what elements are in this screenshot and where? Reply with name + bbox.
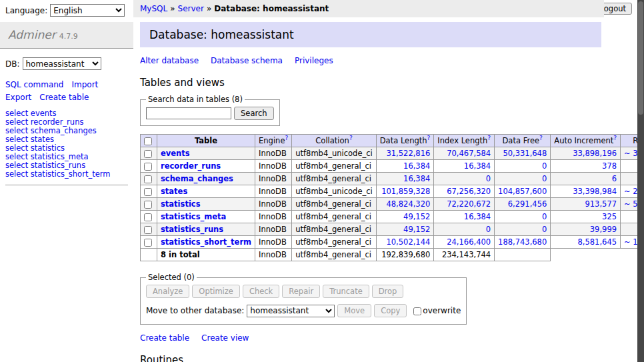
index-length-link[interactable]: 0: [486, 174, 491, 183]
truncate-button[interactable]: Truncate: [323, 285, 369, 298]
data-length-link[interactable]: 10,502,144: [386, 237, 430, 247]
auto-increment-link[interactable]: 913,577: [585, 199, 617, 209]
table-name-link[interactable]: recorder_runs: [161, 161, 221, 171]
auto-increment-link[interactable]: 378: [602, 161, 617, 171]
search-button[interactable]: Search: [234, 107, 274, 120]
table-name-link[interactable]: states: [161, 187, 187, 196]
database-schema-link[interactable]: Database schema: [211, 56, 283, 65]
repair-button[interactable]: Repair: [282, 285, 320, 298]
breadcrumb-mysql-link[interactable]: MySQL: [140, 4, 167, 13]
engine-cell: InnoDB: [255, 223, 292, 236]
index-length-link[interactable]: 72,220,672: [447, 199, 491, 209]
column-help-link[interactable]: ?: [539, 135, 543, 141]
data-length-link[interactable]: 16,384: [403, 174, 430, 183]
data-free-link[interactable]: 50,331,648: [503, 149, 547, 158]
column-header-auto-increment: Auto Increment?: [551, 135, 621, 147]
analyze-button[interactable]: Analyze: [146, 285, 189, 298]
breadcrumb-server-link[interactable]: Server: [178, 4, 204, 13]
sidebar-select-link[interactable]: select statistics_short_term: [5, 169, 110, 179]
check-button[interactable]: Check: [243, 285, 279, 298]
table-name-link[interactable]: statistics_runs: [161, 225, 223, 234]
sql-command-link[interactable]: SQL command: [5, 80, 63, 89]
data-length-link[interactable]: 48,824,320: [386, 199, 430, 209]
data-free-link[interactable]: 0: [542, 161, 547, 171]
selected-legend: Selected (0): [146, 273, 197, 282]
search-input[interactable]: [146, 107, 231, 119]
optimize-button[interactable]: Optimize: [192, 285, 240, 298]
data-length-link[interactable]: 16,384: [403, 161, 430, 171]
create-table-link[interactable]: Create table: [140, 333, 189, 343]
table-name-link[interactable]: statistics_short_term: [161, 237, 251, 247]
row-checkbox[interactable]: [144, 188, 152, 196]
column-help-link[interactable]: ?: [349, 135, 353, 141]
row-checkbox[interactable]: [144, 201, 152, 209]
data-length-link[interactable]: 101,859,328: [381, 187, 430, 196]
data-free-link[interactable]: 0: [542, 174, 547, 183]
select-all-checkbox[interactable]: [144, 137, 152, 145]
db-select[interactable]: homeassistant: [23, 57, 101, 70]
data-free-link[interactable]: 188,743,680: [498, 237, 547, 247]
auto-increment-link[interactable]: 39,999: [590, 225, 617, 234]
row-checkbox[interactable]: [144, 150, 152, 158]
sidebar-select-link[interactable]: select recorder_runs: [5, 117, 83, 127]
row-checkbox[interactable]: [144, 213, 152, 221]
sidebar-select-link[interactable]: select statistics_runs: [5, 161, 85, 170]
index-length-link[interactable]: 24,166,400: [447, 237, 491, 247]
tables-body: eventsInnoDButf8mb4_unicode_ci31,522,816…: [141, 147, 644, 249]
create-view-link[interactable]: Create view: [201, 333, 249, 343]
row-checkbox[interactable]: [144, 175, 152, 183]
engine-cell: InnoDB: [255, 147, 292, 160]
data-free-link[interactable]: 0: [542, 212, 547, 221]
auto-increment-link[interactable]: 325: [602, 212, 617, 221]
export-link[interactable]: Export: [5, 93, 31, 102]
sidebar-select-link[interactable]: select states: [5, 135, 54, 144]
language-select[interactable]: English: [50, 4, 125, 17]
data-free-link[interactable]: 0: [542, 225, 547, 234]
collation-cell: utf8mb4_unicode_ci: [292, 147, 377, 160]
copy-button[interactable]: Copy: [374, 304, 407, 317]
adminer-logo-link[interactable]: Adminer: [8, 28, 56, 41]
data-length-link[interactable]: 49,152: [403, 212, 430, 221]
row-checkbox[interactable]: [144, 239, 152, 247]
import-link[interactable]: Import: [71, 80, 98, 89]
data-length-link[interactable]: 31,522,816: [386, 149, 430, 158]
data-free-link[interactable]: 6,291,456: [508, 199, 547, 209]
data-free-link[interactable]: 104,857,600: [498, 187, 547, 196]
row-checkbox[interactable]: [144, 163, 152, 171]
selected-buttons: AnalyzeOptimizeCheckRepairTruncateDrop: [146, 285, 461, 298]
move-db-select[interactable]: homeassistant: [247, 305, 335, 317]
overwrite-checkbox[interactable]: [413, 307, 421, 315]
column-help-link[interactable]: ?: [613, 135, 617, 141]
index-length-link[interactable]: 16,384: [464, 161, 491, 171]
sidebar-select-link[interactable]: select schema_changes: [5, 126, 97, 135]
index-length-link[interactable]: 70,467,584: [447, 149, 491, 158]
sidebar-create-table-link[interactable]: Create table: [39, 93, 89, 102]
scrollbar[interactable]: [637, 0, 644, 362]
scrollbar-thumb[interactable]: [638, 1, 643, 115]
move-button[interactable]: Move: [337, 304, 371, 317]
sidebar-select-link[interactable]: select statistics: [5, 143, 65, 153]
table-name-link[interactable]: schema_changes: [161, 174, 233, 183]
table-name-link[interactable]: statistics: [161, 199, 201, 209]
row-checkbox[interactable]: [144, 226, 152, 234]
sidebar-select-link[interactable]: select statistics_meta: [5, 152, 89, 161]
auto-increment-link[interactable]: 33,898,196: [573, 149, 617, 158]
index-length-link[interactable]: 0: [486, 225, 491, 234]
auto-increment-link[interactable]: 33,398,984: [573, 187, 617, 196]
search-fieldset: Search data in tables (8) Search: [140, 95, 280, 126]
drop-button[interactable]: Drop: [372, 285, 404, 298]
data-length-link[interactable]: 49,152: [403, 225, 430, 234]
table-name-link[interactable]: statistics_meta: [161, 212, 226, 221]
column-help-link[interactable]: ?: [285, 135, 288, 141]
column-help-link[interactable]: ?: [487, 135, 491, 141]
privileges-link[interactable]: Privileges: [295, 56, 333, 65]
table-name-link[interactable]: events: [161, 149, 190, 158]
move-row: Move to other database:homeassistantMove…: [146, 304, 461, 317]
index-length-link[interactable]: 67,256,320: [447, 187, 491, 196]
alter-database-link[interactable]: Alter database: [140, 56, 199, 65]
sidebar-select-link[interactable]: select events: [5, 109, 57, 118]
auto-increment-link[interactable]: 8,581,645: [578, 237, 617, 247]
column-help-link[interactable]: ?: [427, 135, 431, 141]
auto-increment-link[interactable]: 6: [612, 174, 617, 183]
index-length-link[interactable]: 16,384: [464, 212, 491, 221]
